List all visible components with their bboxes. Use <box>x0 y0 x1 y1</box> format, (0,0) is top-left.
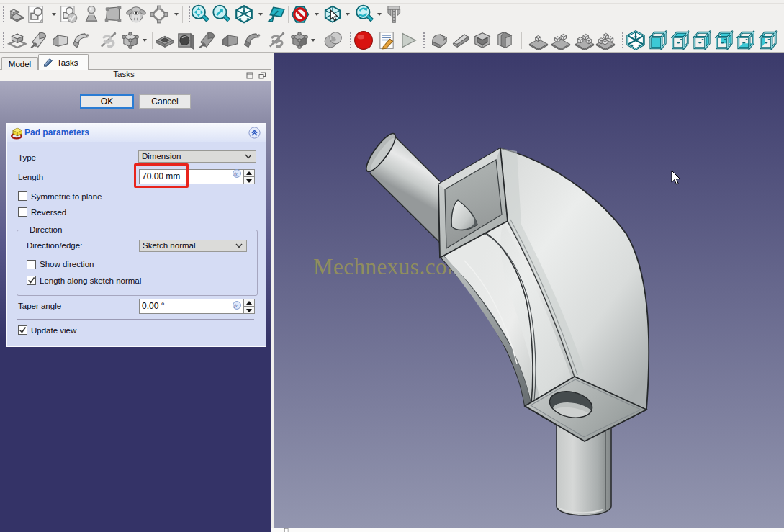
svg-text:fx: fx <box>234 171 238 176</box>
svg-text:fx: fx <box>234 303 238 308</box>
